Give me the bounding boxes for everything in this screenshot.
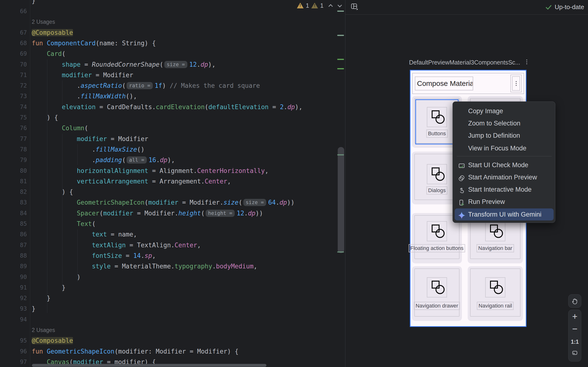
code-line[interactable]: @Composable (32, 335, 73, 346)
code-line[interactable]: .padding(all =16.dp), (32, 155, 175, 165)
code-token: @Composable (32, 337, 73, 344)
component-card-navigation-rail[interactable]: Navigation rail (468, 266, 523, 321)
vcs-change-marker (337, 35, 344, 36)
code-token: shape (62, 61, 80, 68)
horizontal-scrollbar-thumb[interactable] (32, 364, 266, 367)
code-line[interactable]: ) { (32, 112, 58, 123)
code-line[interactable]: GeometricShapeIcon(modifier = Modifier.s… (32, 197, 294, 208)
usages-inlay-hint[interactable]: 2 Usages (32, 325, 55, 335)
menu-item-view-in-focus-mode[interactable]: View in Focus Mode (455, 142, 554, 154)
code-token: ( (239, 199, 242, 206)
menu-item-transform-ui-with-gemini[interactable]: Transform UI with Gemini (455, 209, 554, 220)
menu-item-run-preview[interactable]: Run Preview (455, 196, 554, 208)
preview-options-kebab-icon[interactable] (526, 59, 527, 64)
code-line[interactable]: textAlign = TextAlign.Center, (32, 240, 201, 250)
code-editor-pane[interactable]: 6667686970717273747576777879808182838485… (0, 0, 345, 367)
code-line[interactable]: @Composable (32, 27, 73, 38)
line-number: 73 (0, 91, 27, 101)
line-number: 86 (0, 229, 27, 240)
vertical-scrollbar-thumb[interactable] (338, 147, 344, 253)
indent-guide (77, 144, 78, 165)
code-line[interactable]: ) { (32, 187, 73, 197)
vcs-change-marker (337, 154, 344, 155)
code-line[interactable]: elevation = CardDefaults.cardElevation(d… (32, 102, 303, 112)
line-number: 96 (0, 346, 27, 357)
inspections-widget[interactable]: ! 1 ! 1 (297, 1, 341, 10)
code-token (32, 167, 77, 174)
code-line[interactable]: text = name, (32, 229, 137, 240)
menu-item-start-animation-preview[interactable]: Start Animation Preview (455, 171, 554, 183)
line-number: 83 (0, 197, 27, 208)
code-token: } (32, 284, 66, 291)
code-line[interactable]: ) (32, 272, 81, 282)
vcs-change-marker (337, 251, 344, 253)
code-token: . (141, 252, 145, 259)
line-number: 91 (0, 282, 27, 293)
code-token: () (137, 146, 144, 153)
split-editor-layout-icon[interactable] (350, 3, 358, 11)
code-token: dp (200, 61, 208, 68)
line-number: 93 (0, 303, 27, 314)
code-line[interactable]: .fillMaxSize() (32, 144, 145, 155)
code-line[interactable]: horizontalAlignment = Alignment.CenterHo… (32, 166, 268, 176)
code-token: dp (287, 103, 295, 111)
menu-item-copy-image[interactable]: Copy Image (455, 105, 554, 117)
code-line[interactable]: } (32, 0, 35, 6)
code-line[interactable]: Card( (32, 49, 66, 59)
code-token: 12 (189, 61, 197, 68)
previous-issue-chevron-icon[interactable] (328, 4, 333, 8)
code-line[interactable]: } (32, 282, 66, 293)
code-line[interactable]: Text( (32, 218, 95, 229)
code-token: elevation (62, 103, 95, 111)
code-line[interactable]: Spacer(modifier = Modifier.height(height… (32, 208, 263, 218)
line-number: 95 (0, 335, 27, 346)
code-line[interactable]: Column( (32, 123, 88, 133)
code-line[interactable]: fontSize = 14.sp, (32, 250, 156, 261)
line-number: 85 (0, 218, 27, 229)
code-token (32, 242, 92, 249)
warning-icon: ! (297, 3, 304, 8)
code-token: modifier (62, 71, 92, 79)
menu-item-jump-to-definition[interactable]: Jump to Definition (455, 130, 554, 142)
code-line[interactable]: verticalArrangement = Arrangement.Center… (32, 176, 231, 187)
code-token: Column (62, 125, 84, 132)
code-line[interactable]: } (32, 293, 51, 303)
code-token: , (254, 263, 258, 270)
code-line[interactable]: fun ComponentCard(name: String) { (32, 38, 156, 49)
code-token (32, 199, 77, 206)
preview-app-bar-menu[interactable] (510, 75, 522, 92)
code-token: fun (32, 40, 47, 47)
menu-item-start-interactive-mode[interactable]: Start Interactive Mode (455, 184, 554, 195)
zoom-out-button[interactable]: − (569, 324, 581, 334)
usages-inlay-hint[interactable]: 2 Usages (32, 17, 55, 27)
code-token: GeometricShapeIcon (77, 199, 145, 206)
code-token: horizontalAlignment (77, 167, 148, 174)
component-card-navigation-drawer[interactable]: Navigation drawer (412, 266, 462, 321)
code-line[interactable]: shape = RoundedCornerShape(size =12.dp), (32, 59, 216, 70)
code-line[interactable]: } (32, 303, 35, 314)
code-token: , (227, 178, 231, 185)
code-line[interactable]: fun GeometricShapeIcon(modifier: Modifie… (32, 346, 239, 357)
card-label: Navigation rail (477, 302, 514, 310)
code-line[interactable]: modifier = Modifier (32, 133, 148, 144)
code-token (32, 71, 62, 79)
code-token: = (122, 252, 133, 259)
pan-hand-button[interactable] (569, 296, 581, 306)
gutter-separator (30, 0, 30, 367)
code-token: ComponentCard (47, 40, 96, 47)
geometric-shape-icon (427, 277, 447, 297)
zoom-to-fit-button[interactable] (569, 348, 581, 358)
code-token: ) (162, 82, 170, 89)
zoom-controls-group: + − 1:1 (568, 310, 581, 361)
menu-item-zoom-to-selection[interactable]: Zoom to Selection (455, 117, 554, 129)
code-token: . (32, 146, 95, 153)
code-token: ( (84, 125, 88, 132)
code-line[interactable]: .fillMaxWidth(), (32, 91, 137, 101)
editor-scroll-stripe[interactable] (336, 0, 345, 367)
code-line[interactable]: .aspectRatio(ratio =1f) // Makes the car… (32, 80, 260, 91)
compose-preview-pane: Up-to-date DefaultPreviewMaterial3Compon… (346, 0, 588, 367)
code-line[interactable]: style = MaterialTheme.typography.bodyMed… (32, 261, 257, 272)
menu-item-start-ui-check-mode[interactable]: Start UI Check Mode (455, 159, 554, 171)
zoom-actual-size-button[interactable]: 1:1 (569, 337, 581, 347)
zoom-in-button[interactable]: + (569, 311, 581, 321)
